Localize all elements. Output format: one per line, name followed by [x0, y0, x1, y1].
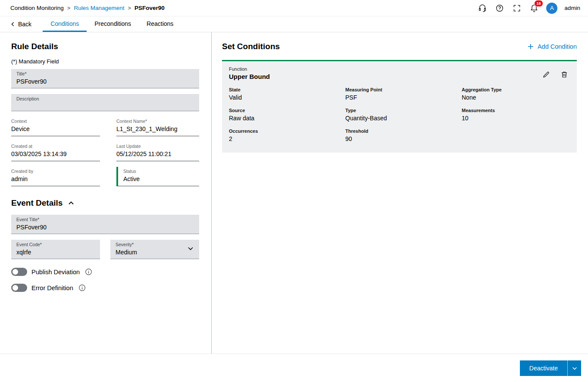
status-field: Status Active — [116, 167, 199, 186]
publish-deviation-info-icon[interactable] — [85, 268, 92, 276]
last-update-field: Last Update 05/12/2025 11:00:21 — [116, 142, 199, 161]
event-details-collapse-button[interactable] — [68, 200, 75, 207]
condition-field-value: 10 — [462, 115, 570, 122]
breadcrumb-rules-management[interactable]: Rules Management — [74, 5, 124, 11]
add-condition-label: Add Condition — [538, 43, 577, 50]
breadcrumb-root[interactable]: Condition Monitoring — [10, 5, 64, 11]
condition-field-label: Source — [229, 108, 345, 113]
title-field[interactable]: Title* PSFover90 — [11, 69, 199, 88]
error-definition-toggle[interactable] — [11, 284, 27, 292]
description-field-label: Description — [16, 96, 194, 102]
pencil-icon — [542, 71, 550, 78]
add-condition-button[interactable]: Add Condition — [527, 43, 577, 50]
help-icon[interactable] — [494, 3, 505, 13]
event-title-field[interactable]: Event Title* PSFover90 — [11, 215, 199, 234]
created-by-field-label: Created by — [11, 169, 100, 174]
back-label: Back — [18, 21, 31, 28]
created-by-field-value: admin — [11, 175, 100, 183]
context-field-label: Context — [11, 119, 100, 124]
breadcrumb-separator: > — [67, 5, 71, 11]
delete-condition-button[interactable] — [560, 71, 568, 78]
deactivate-dropdown-button[interactable] — [567, 360, 581, 376]
trash-icon — [560, 71, 568, 78]
created-at-field-label: Created at — [11, 144, 100, 149]
condition-field-threshold: Threshold 90 — [345, 128, 462, 142]
condition-field-value: Valid — [229, 94, 345, 101]
condition-field-value: Raw data — [229, 115, 345, 122]
condition-field-label: State — [229, 87, 345, 92]
set-conditions-title: Set Conditions — [222, 42, 280, 51]
tab-bar: Back Conditions Preconditions Reactions — [0, 16, 588, 32]
tab-reactions[interactable]: Reactions — [139, 16, 181, 32]
event-code-field-value: xqlrfe — [16, 248, 95, 256]
condition-field-label: Occurrences — [229, 128, 345, 134]
edit-condition-button[interactable] — [542, 71, 550, 78]
fullscreen-icon[interactable] — [512, 3, 522, 13]
notifications-bell-icon[interactable]: 16 — [529, 3, 539, 13]
condition-field-type: Type Quantity-Based — [345, 108, 462, 122]
condition-card: Function Upper Bound — [222, 60, 577, 153]
support-icon[interactable] — [477, 3, 488, 13]
error-definition-info-icon[interactable] — [78, 284, 86, 291]
context-field-value: Device — [11, 125, 100, 133]
severity-select-label: Severity* — [116, 242, 194, 247]
severity-select-value: Medium — [116, 248, 194, 256]
event-details-title: Event Details — [11, 198, 63, 208]
last-update-field-value: 05/12/2025 11:00:21 — [116, 150, 199, 158]
severity-select[interactable]: Severity* Medium — [110, 240, 199, 259]
event-code-field[interactable]: Event Code* xqlrfe — [11, 240, 100, 259]
main-content: Rule Details (*) Mandatory Field Title* … — [0, 32, 588, 354]
description-field[interactable]: Description — [11, 94, 199, 111]
title-field-label: Title* — [16, 71, 194, 77]
condition-field-value: PSF — [345, 94, 462, 101]
status-field-label: Status — [123, 169, 199, 174]
chevron-up-icon — [68, 200, 75, 207]
toggle-knob — [13, 269, 18, 275]
deactivate-button[interactable]: Deactivate — [520, 360, 567, 376]
notification-count-badge: 16 — [534, 0, 544, 7]
tab-conditions[interactable]: Conditions — [43, 16, 87, 32]
footer-bar: Deactivate — [0, 354, 588, 382]
breadcrumb-current: PSFover90 — [134, 5, 165, 11]
status-field-value: Active — [123, 175, 199, 183]
last-update-field-label: Last Update — [116, 144, 199, 149]
context-name-field-label: Context Name* — [116, 119, 199, 124]
title-field-value: PSFover90 — [16, 78, 194, 85]
condition-field-source: Source Raw data — [229, 108, 345, 122]
rule-details-title: Rule Details — [11, 42, 199, 51]
condition-field-measuring-point: Measuring Point PSF — [345, 87, 462, 101]
condition-field-measurements: Measurements 10 — [462, 108, 570, 122]
event-title-field-value: PSFover90 — [16, 223, 194, 231]
event-title-field-label: Event Title* — [16, 217, 194, 222]
tab-preconditions[interactable]: Preconditions — [87, 16, 139, 32]
user-avatar[interactable]: A — [546, 3, 557, 14]
error-definition-label: Error Definition — [31, 285, 73, 291]
set-conditions-panel: Set Conditions Add Condition Function Up… — [212, 32, 588, 354]
condition-field-value: None — [462, 94, 570, 101]
username-label[interactable]: admin — [564, 5, 580, 11]
condition-field-state: State Valid — [229, 87, 345, 101]
toggle-knob — [13, 285, 18, 291]
back-button[interactable]: Back — [10, 16, 31, 32]
event-code-field-label: Event Code* — [16, 242, 95, 247]
breadcrumb: Condition Monitoring > Rules Management … — [10, 5, 165, 11]
chevron-down-icon — [572, 365, 578, 371]
breadcrumb-separator: > — [128, 5, 131, 11]
mandatory-field-note: (*) Mandatory Field — [11, 58, 199, 65]
condition-field-value: Quantity-Based — [345, 115, 462, 122]
context-name-field-value: L1_St_230_1_Welding — [116, 125, 199, 133]
publish-deviation-toggle[interactable] — [11, 268, 27, 276]
deactivate-split-button: Deactivate — [520, 360, 581, 376]
condition-field-occurrences: Occurrences 2 — [229, 128, 345, 142]
created-at-field-value: 03/03/2025 13:14:39 — [11, 150, 100, 158]
top-bar-actions: 16 A admin — [477, 3, 580, 14]
condition-field-label: Measuring Point — [345, 87, 462, 92]
condition-field-aggregation-type: Aggregation Type None — [462, 87, 570, 101]
condition-field-label: Aggregation Type — [462, 87, 570, 92]
condition-field-label: Threshold — [345, 128, 462, 134]
created-by-field: Created by admin — [11, 167, 100, 186]
condition-field-value: 90 — [345, 135, 462, 142]
chevron-down-icon — [187, 245, 194, 254]
plus-icon — [527, 43, 534, 50]
condition-field-label: Measurements — [462, 108, 570, 113]
